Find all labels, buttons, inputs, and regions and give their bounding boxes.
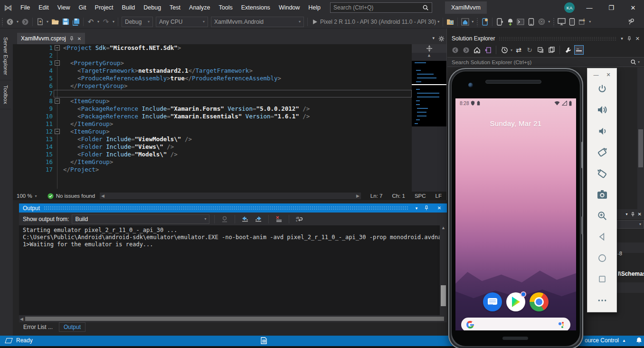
menu-project[interactable]: Project (91, 0, 118, 15)
emulator-close-icon[interactable]: ✕ (606, 72, 610, 78)
se-collapse-all-icon[interactable] (536, 45, 545, 55)
menu-edit[interactable]: Edit (34, 0, 53, 15)
se-preview-selected-icon[interactable] (547, 45, 556, 55)
messages-app-icon[interactable] (483, 292, 502, 311)
line-ending-indicator[interactable]: LF (431, 193, 446, 199)
document-list-dropdown-icon[interactable]: ▾ (432, 36, 435, 42)
navigate-forward-icon[interactable] (20, 17, 30, 27)
menu-view[interactable]: View (53, 0, 75, 15)
menu-test[interactable]: Test (165, 0, 185, 15)
se-sync-active-document-icon[interactable] (483, 45, 492, 55)
solution-platform-dropdown[interactable]: Any CPU▾ (156, 17, 208, 27)
fingerprint-dropdown[interactable]: ▾ (547, 19, 551, 24)
google-search-bar[interactable] (461, 318, 570, 330)
chrome-app-icon[interactable] (530, 292, 549, 311)
output-console[interactable]: Starting emulator pixel_2_r_11_0_-_api_3… (19, 225, 447, 315)
menu-debug[interactable]: Debug (139, 0, 165, 15)
se-filter-dropdown[interactable]: ▾ (511, 48, 512, 52)
solution-configuration-dropdown[interactable]: Debug▾ (122, 17, 153, 27)
redo-icon[interactable]: ↷ (101, 17, 111, 27)
se-properties-wrench-icon[interactable] (563, 45, 573, 55)
menu-analyze[interactable]: Analyze (185, 0, 214, 15)
monitor-icon[interactable] (556, 17, 567, 27)
close-tab-icon[interactable]: ✕ (77, 36, 81, 41)
se-pin-icon[interactable] (627, 36, 632, 41)
emulator-more-icon[interactable] (596, 294, 608, 306)
solution-explorer-search-input[interactable]: Search Solution Explorer (Ctrl+ş) ▾ (447, 57, 644, 67)
menu-git[interactable]: Git (75, 0, 91, 15)
deploy-device-icon[interactable] (494, 17, 505, 27)
navigate-backward-icon[interactable] (5, 17, 15, 27)
column-indicator[interactable]: Ch: 1 (387, 193, 410, 199)
output-scroll-thumb[interactable] (441, 285, 446, 306)
fold-collapse-icon[interactable]: − (55, 60, 60, 66)
se-forward-icon[interactable] (461, 45, 471, 55)
assistant-icon[interactable] (559, 322, 565, 328)
emulator-volume-up-icon[interactable] (596, 104, 608, 116)
emulator-overview-icon[interactable] (596, 273, 608, 285)
home-page-dropdown[interactable]: ▾ (470, 19, 475, 24)
publish-window-icon[interactable] (261, 337, 267, 344)
solution-explorer-title-bar[interactable]: Solution Explorer ▾ ✕ (447, 33, 644, 44)
hidden-toolwindow-combobox[interactable]: ▾ (617, 220, 644, 229)
second-device-icon[interactable] (567, 17, 577, 27)
device-manager-icon[interactable] (480, 17, 490, 27)
run-target-dropdown[interactable]: ▾ (436, 19, 441, 24)
menu-help[interactable]: Help (304, 0, 325, 15)
editor-scrollbar-minimap[interactable]: ▲ ▼ (412, 44, 446, 200)
output-horizontal-scrollbar[interactable]: ◀ (19, 315, 447, 322)
se-switch-views-icon[interactable]: ⇄ (514, 45, 523, 55)
minimize-button[interactable]: — (578, 0, 600, 15)
pin-tab-icon[interactable] (69, 36, 74, 41)
new-file-icon[interactable] (35, 17, 45, 27)
output-title-bar[interactable]: Output ▾ ✕ (19, 203, 447, 213)
tab-server-explorer[interactable]: Server Explorer (0, 32, 11, 80)
new-file-dropdown[interactable]: ▾ (45, 19, 50, 24)
hidden-toolwindow-header[interactable]: ▾ ✕ (617, 209, 644, 219)
document-tab[interactable]: XamlMvvm.csproj ✕ (17, 33, 85, 44)
editor-zoom-dropdown[interactable]: 100 %▾ (13, 193, 41, 199)
line-indicator[interactable]: Ln: 7 (366, 193, 388, 199)
emulator-volume-down-icon[interactable] (596, 125, 608, 137)
apk-install-icon[interactable] (505, 17, 515, 27)
output-source-dropdown[interactable]: Build▾ (72, 214, 209, 224)
emulator-back-icon[interactable] (596, 231, 608, 243)
notifications-bell-icon[interactable] (636, 337, 642, 344)
se-pending-changes-icon[interactable] (500, 45, 509, 55)
se-vertical-scrollbar[interactable]: ▼ (637, 68, 644, 219)
previous-message-icon[interactable] (240, 214, 250, 224)
start-debug-button[interactable]: Pixel 2 R 11.0 - API 30 (Android 11.0 - … (310, 19, 441, 25)
redo-dropdown[interactable]: ▾ (111, 19, 116, 24)
tab-toolbox[interactable]: Toolbox (0, 80, 11, 109)
output-vertical-scrollbar[interactable]: ▲ (440, 225, 447, 315)
save-icon[interactable] (60, 17, 71, 27)
save-all-icon[interactable] (71, 17, 81, 27)
se-refresh-icon[interactable]: ↻ (525, 45, 534, 55)
close-button[interactable]: ✕ (622, 0, 644, 15)
se-show-all-files-icon[interactable] (574, 45, 584, 55)
toolbar-options-icon[interactable] (626, 17, 636, 27)
fold-collapse-icon[interactable]: − (55, 98, 60, 104)
bottom-tab-output[interactable]: Output (59, 322, 85, 332)
emulator-power-icon[interactable] (596, 83, 608, 95)
se-home-icon[interactable] (472, 45, 482, 55)
package-dropdown[interactable]: ▾ (587, 19, 592, 24)
console-icon[interactable] (515, 17, 526, 27)
emulator-home-icon[interactable] (596, 252, 608, 264)
menu-extensions[interactable]: Extensions (237, 0, 275, 15)
output-window-dropdown-icon[interactable]: ▾ (413, 206, 420, 211)
emulator-zoom-icon[interactable] (596, 210, 608, 222)
se-search-dropdown[interactable]: ▾ (638, 60, 640, 64)
emulator-screenshot-icon[interactable] (596, 189, 608, 201)
menu-file[interactable]: File (16, 0, 34, 15)
se-close-icon[interactable]: ✕ (635, 36, 640, 42)
device-portrait-icon[interactable] (526, 17, 536, 27)
package-pin-icon[interactable] (577, 17, 587, 27)
fold-collapse-icon[interactable]: − (55, 45, 60, 50)
se-scroll-thumb[interactable] (638, 129, 643, 167)
menu-tools[interactable]: Tools (215, 0, 237, 15)
editor-horizontal-scrollbar[interactable]: ◀▶ (100, 193, 361, 199)
next-message-icon[interactable] (253, 214, 264, 224)
toolbar-drag-handle[interactable] (1, 18, 3, 26)
word-wrap-icon[interactable]: abc (294, 214, 304, 224)
